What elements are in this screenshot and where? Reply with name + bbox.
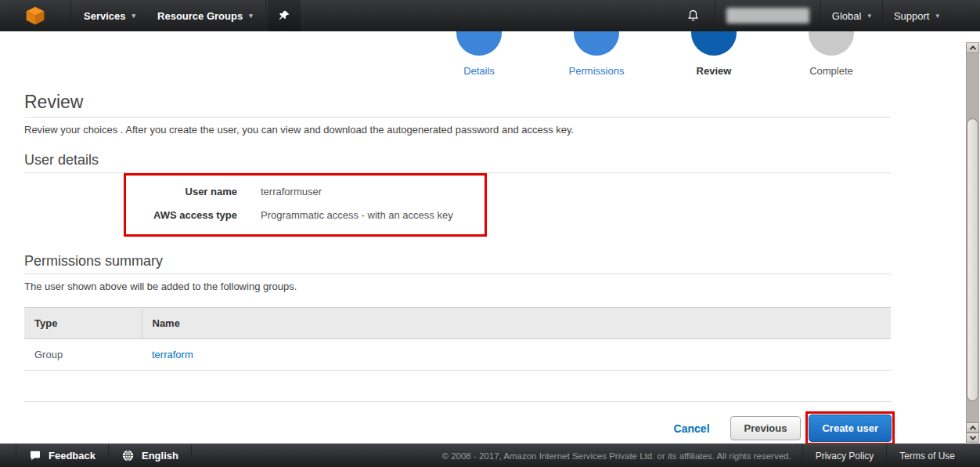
wizard-actions: Cancel Previous Create user [24,411,891,445]
nav-services-label: Services [84,10,126,22]
chevron-down-icon [969,433,975,440]
aws-logo-icon[interactable] [25,5,45,26]
scroll-up-button-bottom[interactable] [966,422,979,433]
step-circle-review [691,31,737,56]
access-type-row: AWS access type Programmatic access - wi… [126,209,485,221]
permissions-summary-heading: Permissions summary [24,253,891,270]
chevron-down-icon: ▾ [867,12,871,20]
table-header-row: Type Name [24,308,891,339]
nav-divider [882,0,883,31]
footer-bar: Feedback English © 2008 - 2017, Amazon I… [0,443,980,467]
user-name-value: terraformuser [261,186,322,197]
step-details[interactable]: Details [420,31,538,77]
group-name-link[interactable]: terraform [152,349,193,360]
access-type-value: Programmatic access - with an access key [261,209,453,221]
feedback-label: Feedback [49,450,95,462]
divider [24,117,891,118]
previous-button[interactable]: Previous [730,416,802,440]
step-label-review: Review [697,65,732,77]
column-header-type: Type [24,308,142,339]
bell-icon [686,9,701,24]
footer-divider [191,444,192,467]
feedback-button[interactable]: Feedback [16,444,108,467]
notifications-button[interactable] [673,0,713,31]
nav-divider [820,0,821,31]
copyright-text: © 2008 - 2017, Amazon Internet Services … [431,451,802,461]
chevron-up-icon [969,425,975,432]
scroll-up-button[interactable] [966,42,979,53]
footer-right-group: © 2008 - 2017, Amazon Internet Services … [431,444,980,467]
step-label-permissions: Permissions [569,65,625,77]
language-label: English [142,450,178,462]
nav-resource-groups-menu[interactable]: Resource Groups ▾ [146,0,264,31]
account-menu-redacted[interactable] [726,8,809,24]
chevron-down-icon: ▾ [132,12,136,20]
step-review: Review [655,31,773,77]
main-content: Details Permissions Review Complete Revi… [0,31,980,443]
nav-support-menu[interactable]: Support ▾ [885,0,949,31]
create-user-button[interactable]: Create user [809,415,892,442]
annotation-box-user-details: User name terraformuser AWS access type … [124,173,487,237]
scrollbar-track[interactable] [966,53,979,422]
step-complete: Complete [773,31,890,77]
wizard-steps: Details Permissions Review Complete [420,31,890,77]
nav-resource-groups-label: Resource Groups [157,10,243,22]
page-description: Review your choices . After you create t… [24,124,891,136]
privacy-policy-link[interactable]: Privacy Policy [803,444,887,467]
page-title: Review [24,92,891,113]
nav-divider [265,0,266,31]
nav-region-menu[interactable]: Global ▾ [823,0,881,31]
scrollbar-thumb[interactable] [967,118,978,401]
nav-divider [70,0,71,31]
step-circle-permissions [574,31,619,56]
groups-table: Type Name Group terraform [24,307,891,371]
chevron-down-icon: ▾ [935,12,939,20]
nav-services-menu[interactable]: Services ▾ [73,0,146,31]
step-label-details: Details [463,65,495,77]
user-name-label: User name [126,186,237,197]
vertical-scrollbar [966,42,979,443]
nav-divider [715,0,715,31]
chevron-up-icon [969,45,975,52]
divider [24,273,891,274]
access-type-label: AWS access type [126,209,237,221]
step-circle-complete [809,31,854,56]
user-details-heading: User details [24,152,891,168]
annotation-box-create-user: Create user [805,411,895,445]
chevron-down-icon: ▾ [249,12,253,20]
terms-of-use-link[interactable]: Terms of Use [887,444,967,467]
nav-right-group: Global ▾ Support ▾ [673,0,980,31]
language-button[interactable]: English [109,444,191,467]
permissions-summary-description: The user shown above will be added to th… [24,281,891,292]
speech-bubble-icon [29,450,41,462]
footer-left-group: Feedback English [16,444,192,467]
step-label-complete: Complete [809,65,853,77]
step-permissions[interactable]: Permissions [538,31,655,77]
step-circle-details [456,31,502,56]
scrollbar-bottom-buttons [966,422,979,443]
pin-shortcut-button[interactable] [268,0,301,31]
table-row: Group terraform [24,339,891,371]
globe-icon [121,449,135,462]
pin-icon [278,9,290,22]
user-name-row: User name terraformuser [126,186,485,197]
scroll-down-button[interactable] [966,433,979,443]
nav-support-label: Support [894,10,930,22]
divider [24,401,891,402]
top-nav: Services ▾ Resource Groups ▾ Global ▾ Su… [0,0,980,31]
group-type-cell: Group [24,339,142,371]
cancel-link[interactable]: Cancel [674,422,710,435]
nav-region-label: Global [832,10,862,22]
column-header-name: Name [142,308,891,339]
